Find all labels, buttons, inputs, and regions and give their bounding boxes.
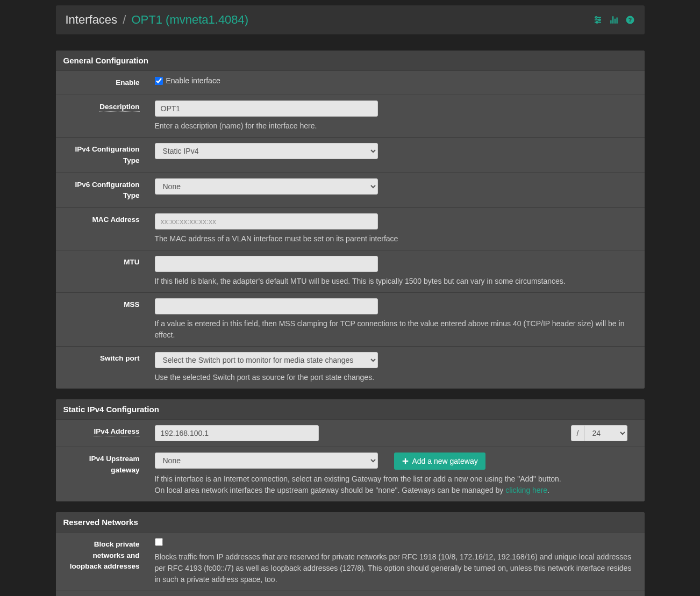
help-description: Enter a description (name) for the inter…	[155, 120, 637, 132]
label-switchport: Switch port	[56, 347, 147, 370]
panel-general: General Configuration Enable Enable inte…	[56, 51, 645, 389]
help-icon[interactable]: ?	[625, 15, 635, 25]
panel-heading-reserved: Reserved Networks	[56, 512, 645, 532]
help-blockpriv: Blocks traffic from IP addresses that ar…	[155, 551, 637, 585]
help-mss: If a value is entered in this field, the…	[155, 318, 637, 341]
svg-point-5	[596, 21, 598, 23]
label-blockbogon: Block bogon networks	[56, 591, 147, 596]
label-mtu: MTU	[56, 250, 147, 274]
row-mss: MSS If a value is entered in this field,…	[56, 292, 645, 346]
ipv4address-input[interactable]	[155, 425, 319, 441]
prefix-slash: /	[571, 425, 585, 441]
page-header: Interfaces / OPT1 (mvneta1.4084) ?	[56, 5, 645, 34]
chart-icon[interactable]	[609, 15, 619, 25]
label-ipv6type: IPv6 Configuration Type	[56, 173, 147, 208]
ipv4prefix-select[interactable]: 24	[584, 425, 627, 441]
panel-reserved: Reserved Networks Block private networks…	[56, 512, 645, 596]
label-ipv4type: IPv4 Configuration Type	[56, 138, 147, 173]
row-blockpriv: Block private networks and loopback addr…	[56, 532, 645, 591]
label-mac: MAC Address	[56, 208, 147, 232]
enable-checkbox[interactable]	[155, 77, 163, 85]
panel-heading-static-ipv4: Static IPv4 Configuration	[56, 399, 645, 419]
label-blockpriv: Block private networks and loopback addr…	[56, 533, 147, 578]
ipv4gateway-select[interactable]: None	[155, 453, 378, 469]
row-ipv6type: IPv6 Configuration Type None	[56, 173, 645, 208]
header-icons: ?	[593, 15, 635, 25]
row-mtu: MTU If this field is blank, the adapter'…	[56, 250, 645, 292]
breadcrumb-sep: /	[123, 13, 126, 26]
plus-icon	[402, 457, 409, 465]
ipv4type-select[interactable]: Static IPv4	[155, 143, 378, 159]
row-ipv4address: IPv4 Address / 24	[56, 419, 645, 447]
row-mac: MAC Address The MAC address of a VLAN in…	[56, 207, 645, 250]
row-switchport: Switch port Select the Switch port to mo…	[56, 346, 645, 389]
panel-heading-general: General Configuration	[56, 51, 645, 70]
row-enable: Enable Enable interface	[56, 70, 645, 95]
mac-input[interactable]	[155, 213, 378, 229]
ipv6type-select[interactable]: None	[155, 178, 378, 195]
svg-rect-9	[616, 18, 617, 24]
label-enable: Enable	[56, 71, 147, 95]
add-gateway-button[interactable]: Add a new gateway	[394, 453, 485, 470]
svg-point-3	[595, 17, 597, 18]
help-gateway2: On local area network interfaces the ups…	[155, 485, 637, 496]
breadcrumb-current: OPT1 (mvneta1.4084)	[131, 13, 248, 26]
svg-rect-8	[614, 19, 615, 24]
mtu-input[interactable]	[155, 256, 378, 272]
enable-checkbox-label[interactable]: Enable interface	[155, 76, 220, 85]
label-description: Description	[56, 95, 147, 119]
svg-rect-13	[402, 461, 408, 462]
breadcrumb-root[interactable]: Interfaces	[66, 13, 118, 26]
row-blockbogon: Block bogon networks Blocks traffic from…	[56, 591, 645, 596]
gateway-link[interactable]: clicking here	[505, 486, 547, 494]
label-mss: MSS	[56, 293, 147, 317]
row-description: Description Enter a description (name) f…	[56, 95, 645, 137]
panel-static-ipv4: Static IPv4 Configuration IPv4 Address /…	[56, 399, 645, 501]
label-ipv4gateway: IPv4 Upstream gateway	[56, 447, 147, 482]
description-input[interactable]	[155, 100, 378, 117]
svg-rect-7	[612, 16, 613, 24]
row-ipv4type: IPv4 Configuration Type Static IPv4	[56, 137, 645, 173]
help-mtu: If this field is blank, the adapter's de…	[155, 276, 637, 287]
blockpriv-checkbox[interactable]	[155, 538, 163, 546]
svg-rect-6	[610, 20, 611, 24]
svg-point-4	[598, 19, 600, 21]
switchport-select[interactable]: Select the Switch port to monitor for me…	[155, 352, 378, 368]
help-mac: The MAC address of a VLAN interface must…	[155, 233, 637, 245]
svg-text:?: ?	[628, 17, 631, 23]
row-ipv4gateway: IPv4 Upstream gateway None Add a new gat…	[56, 447, 645, 501]
help-gateway1: If this interface is an Internet connect…	[155, 473, 637, 485]
breadcrumb: Interfaces / OPT1 (mvneta1.4084)	[66, 13, 249, 27]
label-ipv4address: IPv4 Address	[56, 420, 147, 443]
help-switchport: Use the selected Switch port as source f…	[155, 372, 637, 383]
mss-input[interactable]	[155, 298, 378, 314]
sliders-icon[interactable]	[593, 15, 603, 25]
